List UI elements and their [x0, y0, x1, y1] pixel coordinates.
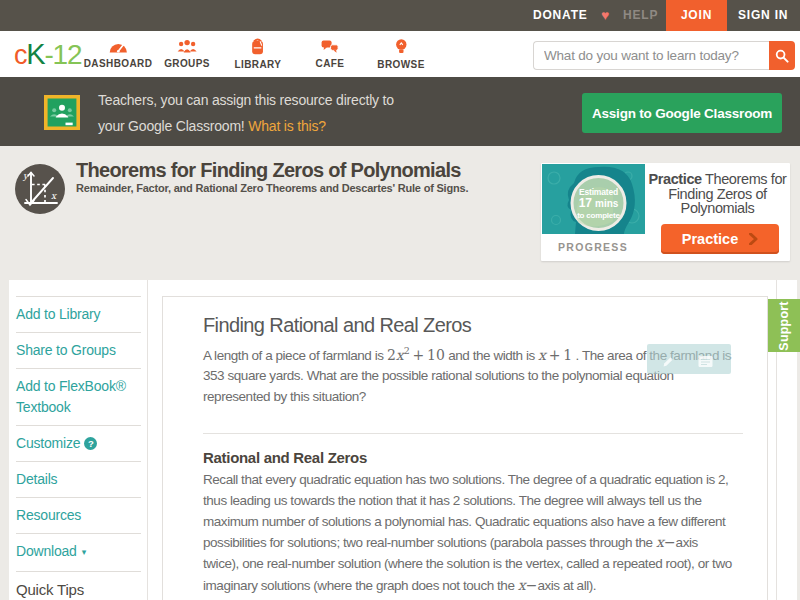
nav-item-cafe[interactable]: CAFE	[316, 38, 345, 69]
text-run: axis at all).	[537, 578, 596, 593]
browse-icon	[393, 38, 409, 55]
text-line: thus leading us towards the notion that …	[203, 491, 732, 512]
donate-link[interactable]: DONATE	[533, 9, 588, 22]
lesson-header: y x Theorems for Finding Zeros of Polyno…	[0, 146, 800, 280]
cafe-icon	[320, 38, 340, 54]
text-run: thus leading us towards the notion that …	[203, 493, 702, 508]
text-run: and the width is	[445, 348, 538, 363]
text-line: possibilities for solutions; two real-nu…	[203, 532, 732, 554]
sidebar-item-download[interactable]: Download▾	[16, 534, 141, 572]
sidebar-item-resources[interactable]: Resources	[16, 498, 141, 534]
help-question-icon[interactable]: ?	[84, 437, 97, 450]
text-run: A length of a piece of farmland is	[203, 348, 387, 363]
assign-to-google-classroom-button[interactable]: Assign to Google Classroom	[582, 93, 782, 133]
section-divider	[203, 433, 743, 434]
text-line: maximum number of solutions a polynomial…	[203, 512, 732, 533]
text-run: Recall that every quadratic equation has…	[203, 472, 728, 487]
lesson-title: Theorems for Finding Zeros of Polynomial…	[76, 159, 461, 182]
math-token: −	[526, 577, 538, 593]
ck12-logo[interactable]: cK-12	[14, 40, 81, 69]
axis-x-label: x	[51, 191, 57, 201]
text-run: axis	[676, 535, 698, 550]
sidebar-item-customize[interactable]: Customize?	[16, 426, 141, 462]
section-heading: Finding Rational and Real Zeros	[203, 314, 471, 337]
note-icon[interactable]	[698, 355, 713, 368]
practice-card: Estimated 17mins to complete PROGRESS Pr…	[541, 163, 790, 261]
sidebar-item-add-to-flexbook[interactable]: Add to FlexBook® Textbook	[16, 369, 141, 426]
search-input[interactable]	[533, 41, 769, 70]
sidebar-item-details[interactable]: Details	[16, 462, 141, 498]
sidebar-item-share-to-groups[interactable]: Share to Groups	[16, 333, 141, 369]
math-token: + 1	[546, 347, 572, 363]
google-classroom-message: Teachers, you can assign this resource d…	[98, 87, 394, 139]
text-line: represented by this situation?	[203, 387, 731, 408]
math-token: x	[656, 534, 664, 550]
nav-item-groups[interactable]: GROUPS	[164, 38, 210, 69]
text-line: Recall that every quadratic equation has…	[203, 470, 732, 491]
sidebar-item-quick-tips[interactable]: Quick Tips	[16, 572, 141, 600]
practice-thumbnail[interactable]: Estimated 17mins to complete	[542, 164, 645, 234]
text-run: maximum number of solutions a polynomial…	[203, 514, 725, 529]
math-token: 2	[387, 347, 396, 363]
google-classroom-banner: Teachers, you can assign this resource d…	[0, 77, 800, 146]
text-run: 353 square yards. What are the possible …	[203, 368, 674, 383]
concept-graph-icon: y x	[15, 164, 65, 214]
lesson-subtitle: Remainder, Factor, and Rational Zero The…	[76, 182, 468, 194]
top-bar: DONATE ♥ HELP JOIN SIGN IN	[0, 0, 800, 31]
sign-in-link[interactable]: SIGN IN	[738, 9, 788, 22]
math-token: x	[518, 577, 526, 593]
badge-minutes-unit: mins	[595, 198, 619, 209]
sidebar-menu: Add to Library Share to Groups Add to Fl…	[16, 296, 141, 600]
nav-item-dashboard[interactable]: DASHBOARD	[84, 38, 153, 69]
nav-item-browse[interactable]: BROWSE	[377, 38, 424, 70]
sidebar-item-add-to-library[interactable]: Add to Library	[16, 297, 141, 333]
annotation-popover	[647, 344, 731, 374]
math-token: −	[664, 534, 676, 550]
text-run: possibilities for solutions; two real-nu…	[203, 535, 656, 550]
chevron-right-icon	[749, 233, 758, 245]
progress-label: PROGRESS	[541, 241, 645, 253]
subsection-heading: Rational and Real Zeros	[203, 449, 367, 466]
highlighter-icon[interactable]	[662, 355, 675, 368]
badge-line3: to complete	[577, 211, 620, 220]
math-token: x	[396, 347, 404, 363]
math-token: + 10	[410, 347, 445, 363]
practice-button[interactable]: Practice	[661, 224, 779, 254]
what-is-this-link[interactable]: What is this?	[248, 118, 326, 134]
text-run: represented by this situation?	[203, 389, 366, 404]
nav-bar: cK-12 DASHBOARD GROUPS LIBRARY	[0, 31, 800, 77]
dashboard-icon	[107, 38, 128, 54]
search-button[interactable]	[769, 41, 795, 70]
search-icon	[775, 49, 789, 63]
groups-icon	[176, 38, 198, 54]
search-bar	[533, 41, 795, 70]
text-run: imaginary solutions (where the graph doe…	[203, 578, 518, 593]
join-button[interactable]: JOIN	[666, 0, 727, 31]
help-link[interactable]: HELP	[623, 9, 658, 22]
nav-item-library[interactable]: LIBRARY	[235, 38, 282, 70]
text-run: twice), one real-number solution (where …	[203, 556, 732, 571]
google-classroom-icon	[44, 95, 80, 130]
heart-icon: ♥	[601, 8, 609, 22]
sidebar-divider	[147, 280, 148, 600]
text-line: twice), one real-number solution (where …	[203, 554, 732, 575]
library-icon	[248, 38, 268, 55]
math-token: x	[538, 347, 546, 363]
svg-text:17mins: 17mins	[579, 196, 619, 210]
support-tab[interactable]: Support	[768, 299, 800, 352]
text-line: imaginary solutions (where the graph doe…	[203, 575, 732, 597]
badge-minutes: 17	[579, 196, 593, 210]
body-paragraph: Recall that every quadratic equation has…	[203, 470, 732, 597]
practice-title: Practice Theorems for Finding Zeros of P…	[645, 172, 790, 216]
caret-down-icon: ▾	[82, 547, 86, 557]
